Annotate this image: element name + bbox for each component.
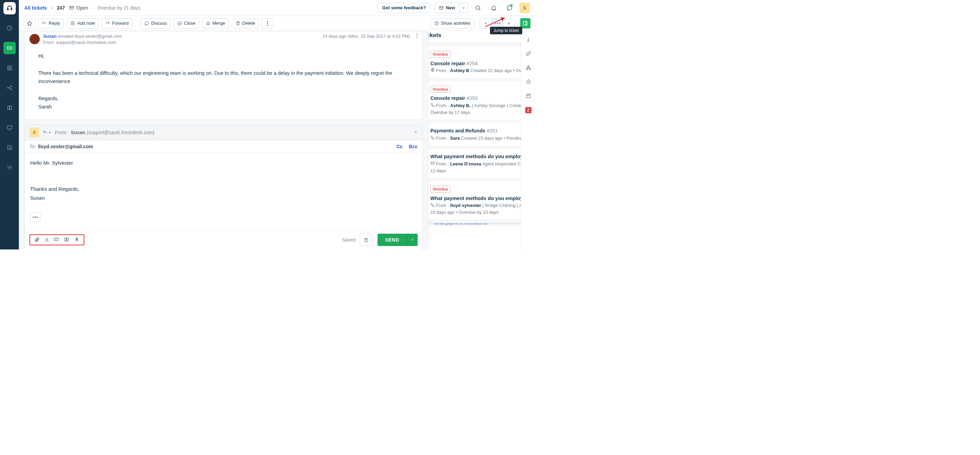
nav-solutions[interactable] — [3, 102, 16, 114]
ticket-row[interactable]: OverdueConsole repair #254 From : Ashley… — [428, 47, 521, 78]
properties-panel: PROPERTIES Single line Status*Open Prior… — [428, 31, 521, 249]
message-more[interactable] — [416, 33, 418, 40]
ticket-row[interactable]: LWhat payment methods do you employ? #25… — [428, 149, 521, 178]
ticket-row[interactable]: OverdueWhat payment methods do you emplo… — [428, 182, 521, 220]
forward-icon — [105, 21, 110, 26]
close-button[interactable]: Close — [173, 18, 199, 29]
nav-tickets[interactable] — [3, 42, 16, 54]
forward-button[interactable]: Forward — [102, 18, 132, 29]
cc-toggle[interactable]: Cc — [396, 144, 402, 149]
clock-icon — [434, 21, 439, 26]
mail-icon — [69, 5, 74, 10]
feedback-button[interactable]: Got some feedback? — [377, 3, 430, 13]
reply-icon — [42, 21, 47, 26]
svg-point-7 — [11, 86, 12, 87]
app-icon[interactable]: Z — [525, 107, 531, 113]
svg-rect-0 — [7, 9, 8, 10]
knowledge-base-icon[interactable] — [64, 237, 69, 243]
ticket-row[interactable]: Payments and Refunds #251 From : Sara Cr… — [428, 123, 521, 145]
svg-point-17 — [267, 21, 268, 22]
svg-rect-24 — [523, 21, 527, 25]
message-time: 24 days ago (Mon, 25 Sep 2017 at 4:02 PM… — [322, 33, 410, 40]
kebab-icon — [267, 21, 268, 26]
widget-rail: i Z — [521, 31, 535, 249]
sender-name[interactable]: Susan — [43, 34, 57, 39]
svg-rect-1 — [11, 9, 12, 10]
reply-type-dropdown[interactable] — [43, 130, 51, 135]
merge-button[interactable]: Merge — [202, 18, 229, 29]
nav-admin[interactable] — [3, 161, 16, 174]
overdue-text: Overdue by 21 days — [97, 5, 140, 11]
bcc-toggle[interactable]: Bcc — [409, 144, 418, 149]
overdue-badge: Overdue — [430, 186, 450, 193]
chevron-down-icon — [462, 6, 465, 10]
reply-button[interactable]: Reply — [38, 18, 64, 29]
hierarchy-icon[interactable] — [526, 65, 531, 71]
svg-rect-35 — [527, 69, 528, 70]
svg-rect-34 — [528, 65, 529, 67]
ticket-status: Open — [69, 5, 88, 11]
editor-tools-highlight: A — [30, 235, 84, 245]
note-icon — [70, 21, 75, 26]
attach-icon[interactable] — [34, 237, 40, 243]
check-icon — [177, 21, 182, 26]
svg-rect-9 — [7, 126, 12, 129]
saved-indicator: Saved — [342, 237, 356, 243]
search-icon[interactable] — [472, 2, 484, 14]
jump-tooltip: Jump to ticket — [490, 27, 522, 34]
star-button[interactable] — [24, 18, 35, 29]
info-icon[interactable]: i — [527, 37, 529, 43]
reply-icon — [43, 130, 47, 135]
delete-button[interactable]: Delete — [232, 18, 259, 29]
signature-icon[interactable] — [74, 237, 80, 243]
to-field[interactable]: lloyd.vester@gmail.com — [38, 144, 93, 149]
app-logo[interactable] — [3, 2, 16, 14]
svg-point-5 — [9, 67, 10, 68]
send-dropdown[interactable] — [407, 234, 418, 246]
svg-point-19 — [267, 24, 268, 26]
new-dropdown[interactable] — [459, 3, 468, 13]
timer-icon[interactable] — [526, 79, 531, 85]
new-button[interactable]: New — [434, 3, 459, 13]
svg-point-18 — [267, 22, 268, 24]
link-icon[interactable] — [526, 51, 531, 57]
chevron-up-icon — [411, 238, 414, 241]
svg-rect-38 — [527, 94, 530, 98]
nav-dashboard[interactable] — [3, 22, 16, 34]
notifications-icon[interactable] — [488, 2, 500, 14]
svg-point-26 — [417, 33, 418, 34]
header: All tickets › 247 Open · Overdue by 21 d… — [19, 0, 535, 16]
left-nav-rail — [0, 0, 19, 249]
jump-ticket-popup: All tickets OverdueConsole repair #254 F… — [428, 31, 521, 224]
trash-icon — [235, 21, 240, 26]
discuss-icon — [144, 21, 149, 26]
collapse-reply[interactable] — [414, 130, 418, 135]
merge-icon — [206, 21, 210, 26]
nav-automations[interactable] — [3, 81, 16, 94]
send-button[interactable]: SEND — [377, 234, 407, 246]
canned-response-icon[interactable] — [54, 237, 59, 243]
nav-reports[interactable] — [3, 141, 16, 154]
discuss-button[interactable]: Discuss — [141, 18, 171, 29]
quoted-content-toggle[interactable]: ••• — [30, 212, 40, 222]
conversation-pane: Susan emailed lloyd.vester@gmail.com Fro… — [19, 31, 428, 249]
text-format-icon[interactable]: A — [45, 236, 49, 243]
nav-contacts[interactable] — [3, 62, 16, 74]
more-actions[interactable] — [262, 18, 273, 29]
calendar-icon[interactable] — [526, 93, 531, 99]
from-line: From: support@sauls.freshdesk.com — [43, 40, 319, 46]
chevron-right-icon: › — [51, 5, 53, 11]
editor-textarea[interactable]: Hello Mr. Sylvester Thanks and Regards, … — [25, 153, 422, 230]
nav-forums[interactable] — [3, 121, 16, 134]
freshconnect-icon[interactable] — [504, 2, 515, 14]
trash-icon — [363, 238, 369, 243]
mail-icon — [439, 5, 444, 10]
svg-point-16 — [178, 21, 181, 25]
user-avatar[interactable]: S — [520, 3, 530, 13]
show-activities-button[interactable]: Show activities — [430, 18, 474, 29]
discard-draft[interactable] — [360, 234, 372, 246]
breadcrumb-root[interactable]: All tickets — [24, 5, 47, 11]
add-note-button[interactable]: Add note — [67, 18, 99, 29]
ticket-toolbar: Reply Add note Forward Discuss Close M — [19, 16, 535, 31]
ticket-row[interactable]: OverdueConsole repair #253 From : Ashley… — [428, 81, 521, 120]
